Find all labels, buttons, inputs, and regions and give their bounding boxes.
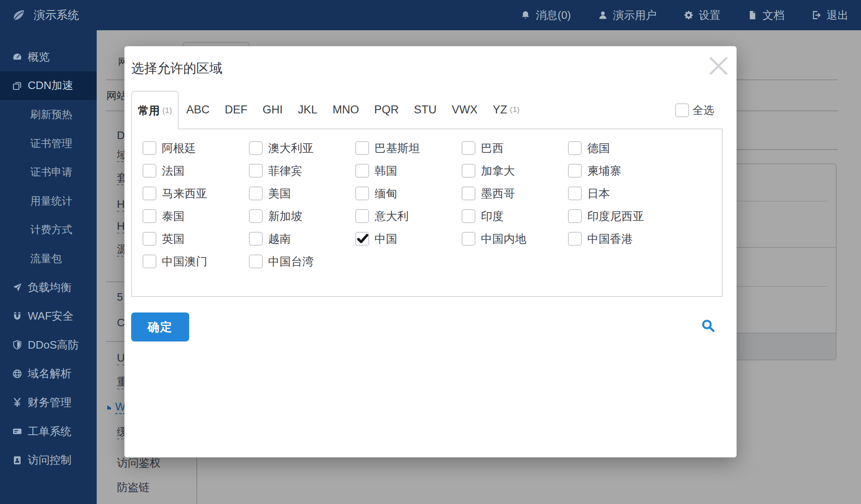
- country-checkbox-item[interactable]: 墨西哥: [462, 182, 568, 205]
- tab-stu[interactable]: STU: [407, 103, 444, 116]
- checkbox-checked[interactable]: [355, 232, 369, 246]
- ticket-icon: [12, 426, 22, 436]
- country-checkbox-item[interactable]: 法国: [143, 160, 249, 182]
- country-checkbox-item[interactable]: 印度尼西亚: [568, 205, 674, 228]
- topbar-item-label: 设置: [699, 8, 721, 23]
- sidebar-item[interactable]: 负载均衡: [0, 273, 97, 302]
- country-checkbox-item[interactable]: 印度: [462, 205, 568, 228]
- sidebar-item[interactable]: 用量统计: [0, 186, 97, 215]
- country-checkbox-item[interactable]: 澳大利亚: [249, 137, 355, 160]
- sidebar-item[interactable]: 财务管理: [0, 388, 97, 417]
- country-checkbox-item[interactable]: 越南: [249, 228, 355, 250]
- country-checkbox-item[interactable]: 意大利: [355, 205, 462, 228]
- country-label: 美国: [268, 186, 291, 201]
- country-checkbox-item[interactable]: 加拿大: [462, 160, 568, 182]
- checkbox[interactable]: [249, 186, 263, 200]
- tab-jkl[interactable]: JKL: [291, 103, 325, 116]
- search-button[interactable]: [701, 319, 716, 333]
- country-checkbox-item[interactable]: 泰国: [143, 205, 249, 228]
- topbar: 演示系统 消息(0) 演示用户 设置 文档 退出: [0, 0, 861, 30]
- country-checkbox-item[interactable]: 中国内地: [462, 228, 568, 250]
- topbar-item-logout[interactable]: 退出: [811, 8, 848, 23]
- checkbox[interactable]: [143, 164, 156, 178]
- checkbox[interactable]: [568, 141, 582, 155]
- tab-ghi[interactable]: GHI: [255, 103, 291, 116]
- checkbox[interactable]: [568, 232, 582, 246]
- tab-vwx[interactable]: VWX: [444, 103, 486, 116]
- country-checkbox-item[interactable]: 中国台湾: [249, 250, 355, 273]
- country-checkbox-item[interactable]: 中国: [355, 228, 462, 250]
- country-checkbox-item[interactable]: 马来西亚: [143, 182, 249, 205]
- country-checkbox-item[interactable]: 阿根廷: [143, 137, 249, 160]
- checkbox[interactable]: [143, 255, 156, 268]
- checkbox[interactable]: [462, 164, 475, 178]
- sidebar-item-label: 工单系统: [28, 424, 71, 439]
- tab-changyong[interactable]: 常用(1): [131, 91, 179, 129]
- checkbox[interactable]: [355, 209, 369, 223]
- tab-yz[interactable]: YZ(1): [485, 103, 527, 116]
- checkbox[interactable]: [462, 141, 475, 155]
- send-icon: [12, 282, 22, 292]
- country-checkbox-item[interactable]: 菲律宾: [249, 160, 355, 182]
- waf-icon: [12, 311, 22, 321]
- topbar-item-doc[interactable]: 文档: [747, 8, 784, 23]
- checkbox[interactable]: [355, 141, 369, 155]
- tab-abc[interactable]: ABC: [179, 103, 217, 116]
- confirm-button[interactable]: 确定: [131, 312, 189, 341]
- sidebar-item[interactable]: CDN加速: [0, 71, 97, 100]
- sidebar-item[interactable]: 访问控制: [0, 446, 97, 475]
- checkbox[interactable]: [462, 209, 475, 223]
- sidebar-item[interactable]: 流量包: [0, 244, 97, 273]
- tab-pqr[interactable]: PQR: [367, 103, 407, 116]
- checkbox[interactable]: [249, 255, 263, 268]
- country-checkbox-item[interactable]: 巴基斯坦: [355, 137, 462, 160]
- checkbox[interactable]: [355, 164, 369, 178]
- app-logo[interactable]: 演示系统: [12, 0, 79, 30]
- checkbox[interactable]: [355, 186, 369, 200]
- sidebar-item[interactable]: 概览: [0, 42, 97, 71]
- country-checkbox-item[interactable]: 巴西: [462, 137, 568, 160]
- topbar-item-gear[interactable]: 设置: [684, 8, 721, 23]
- country-checkbox-item[interactable]: 德国: [568, 137, 674, 160]
- tab-mno[interactable]: MNO: [325, 103, 367, 116]
- checkbox[interactable]: [143, 141, 156, 155]
- checkbox[interactable]: [143, 232, 156, 246]
- country-checkbox-item[interactable]: 日本: [568, 182, 674, 205]
- checkbox[interactable]: [568, 186, 582, 200]
- checkbox[interactable]: [249, 141, 263, 155]
- tab-def[interactable]: DEF: [217, 103, 255, 116]
- checkbox[interactable]: [249, 164, 263, 178]
- sidebar-item[interactable]: 证书申请: [0, 158, 97, 186]
- sidebar-item[interactable]: 刷新预热: [0, 100, 97, 129]
- checkbox[interactable]: [249, 209, 263, 223]
- country-checkbox-item[interactable]: 柬埔寨: [568, 160, 674, 182]
- sidebar-item[interactable]: DDoS高防: [0, 331, 97, 360]
- country-checkbox-item[interactable]: 中国香港: [568, 228, 674, 250]
- country-checkbox-item[interactable]: 美国: [249, 182, 355, 205]
- gauge-icon: [12, 52, 22, 62]
- checkbox[interactable]: [143, 209, 156, 223]
- country-checkbox-item[interactable]: 中国澳门: [143, 250, 249, 273]
- topbar-item-bell[interactable]: 消息(0): [520, 8, 571, 23]
- checkbox[interactable]: [249, 232, 263, 246]
- select-all-option[interactable]: 全选: [675, 103, 714, 117]
- checkbox[interactable]: [568, 164, 582, 178]
- topbar-item-user[interactable]: 演示用户: [598, 8, 657, 23]
- doc-icon: [747, 10, 758, 20]
- sidebar-item[interactable]: 工单系统: [0, 417, 97, 446]
- checkbox[interactable]: [462, 186, 475, 200]
- country-checkbox-item[interactable]: 新加坡: [249, 205, 355, 228]
- sidebar-item[interactable]: 计费方式: [0, 215, 97, 244]
- checkbox[interactable]: [143, 186, 156, 200]
- dialog-close-button[interactable]: [709, 57, 728, 75]
- country-checkbox-item[interactable]: 英国: [143, 228, 249, 250]
- sidebar-item-label: 证书管理: [30, 136, 72, 150]
- sidebar-item[interactable]: WAF安全: [0, 302, 97, 331]
- checkbox[interactable]: [675, 103, 689, 117]
- sidebar-item[interactable]: 域名解析: [0, 360, 97, 388]
- checkbox[interactable]: [462, 232, 475, 246]
- sidebar-item[interactable]: 证书管理: [0, 129, 97, 158]
- country-checkbox-item[interactable]: 韩国: [355, 160, 462, 182]
- country-checkbox-item[interactable]: 缅甸: [355, 182, 462, 205]
- checkbox[interactable]: [568, 209, 582, 223]
